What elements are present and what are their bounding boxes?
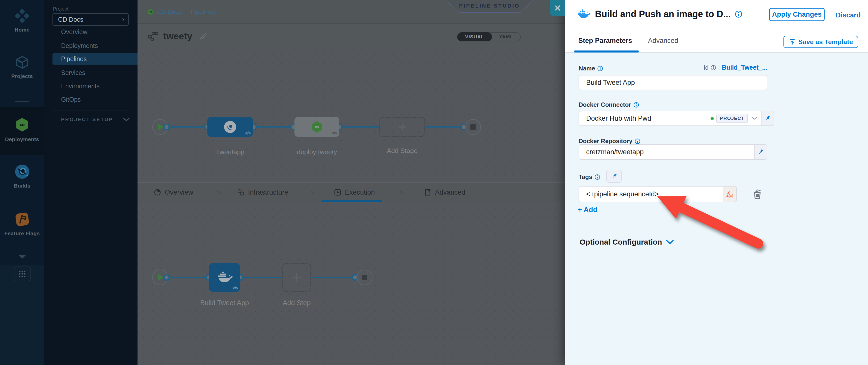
execution-icon bbox=[334, 188, 341, 196]
docker-repository-field[interactable]: cretzman/tweetapp bbox=[579, 144, 767, 160]
sidebar-item-projects[interactable]: Projects bbox=[0, 55, 44, 79]
home-icon bbox=[15, 8, 30, 23]
pipeline-studio-badge: PIPELINE STUDIO bbox=[445, 0, 534, 13]
tab-overview[interactable]: Overview bbox=[154, 183, 193, 202]
project-setup-toggle[interactable]: PROJECT SETUP bbox=[61, 117, 130, 122]
delete-tag-button[interactable] bbox=[751, 187, 763, 201]
info-icon[interactable] bbox=[594, 174, 600, 180]
advanced-icon bbox=[424, 188, 432, 196]
tab-step-parameters[interactable]: Step Parameters bbox=[578, 37, 632, 45]
id-value-link[interactable]: Build_Tweet_... bbox=[722, 64, 767, 71]
tab-label: Infrastructure bbox=[248, 188, 288, 196]
optional-configuration-label: Optional Configuration bbox=[580, 238, 662, 246]
nav-item-gitops[interactable]: GitOps bbox=[61, 96, 81, 103]
stage-graph-canvas[interactable]: </> ∞ </> Tweetapp deploy tweety A bbox=[137, 49, 565, 182]
tags-pin-button[interactable] bbox=[606, 170, 622, 183]
docker-connector-select[interactable]: Docker Hub with Pwd PROJECT bbox=[579, 111, 774, 126]
chevron-down-icon bbox=[751, 117, 757, 120]
cd-stage-icon: ∞ bbox=[310, 120, 323, 134]
plus-icon bbox=[291, 272, 302, 283]
stage-tabbar: Overview > Infrastructure > Execution bbox=[137, 182, 565, 202]
tags-label-row: Tags bbox=[579, 174, 600, 181]
toggle-visual[interactable]: VISUAL bbox=[457, 32, 492, 41]
step-graph-connectors bbox=[137, 202, 565, 365]
info-icon[interactable] bbox=[634, 138, 641, 144]
connector-status-dot bbox=[711, 117, 714, 120]
tab-label: Advanced bbox=[435, 188, 465, 196]
add-tag-button[interactable]: + Add bbox=[578, 206, 597, 214]
step-graph-canvas[interactable]: </> Build Tweet App Add Step bbox=[137, 202, 565, 365]
sidebar-item-home[interactable]: Home bbox=[0, 8, 44, 33]
info-icon[interactable] bbox=[633, 102, 639, 108]
tab-infrastructure[interactable]: Infrastructure bbox=[237, 183, 288, 202]
nav-item-overview[interactable]: Overview bbox=[61, 28, 87, 36]
tag-input-row: <+pipeline.sequenceId> f (x) bbox=[579, 186, 737, 202]
sidebar-item-deployments[interactable]: ∞ Deployments bbox=[0, 117, 44, 142]
name-input[interactable] bbox=[579, 75, 767, 90]
sidebar-item-label: Builds bbox=[0, 183, 44, 189]
breadcrumb-pipelines-link[interactable]: Pipelines bbox=[191, 8, 215, 16]
step-node-build-tweet-app[interactable]: </> bbox=[209, 263, 240, 292]
stage-node-tweetapp[interactable]: </> bbox=[208, 117, 253, 137]
builds-ci-icon bbox=[14, 164, 30, 179]
pipeline-studio-canvas: ∞ CD Docs > Pipelines > tweety bbox=[137, 0, 565, 365]
close-drawer-button[interactable]: ✕ bbox=[550, 0, 565, 16]
nav-item-environments[interactable]: Environments bbox=[61, 83, 100, 90]
add-step-label: Add Step bbox=[283, 299, 311, 307]
tag-value[interactable]: <+pipeline.sequenceId> bbox=[579, 190, 723, 198]
breadcrumb-separator: > bbox=[218, 8, 221, 15]
save-as-template-button[interactable]: Save as Template bbox=[783, 36, 858, 48]
svg-text:∞: ∞ bbox=[20, 120, 25, 128]
breadcrumb-project-link[interactable]: CD Docs bbox=[157, 8, 181, 16]
stop-icon bbox=[470, 124, 476, 130]
toggle-yaml[interactable]: YAML bbox=[492, 33, 520, 41]
expression-fx-button[interactable]: f (x) bbox=[723, 186, 736, 202]
name-label: Name bbox=[579, 65, 595, 72]
tab-separator: > bbox=[217, 188, 221, 197]
stop-icon bbox=[362, 275, 367, 280]
tab-advanced[interactable]: Advanced bbox=[648, 37, 678, 45]
name-label-row: Name bbox=[579, 65, 603, 72]
step-config-drawer: Build and Push an image to D... Apply Ch… bbox=[565, 0, 868, 365]
project-selector[interactable]: CD Docs › bbox=[53, 13, 129, 26]
repository-pin-addon[interactable] bbox=[754, 145, 767, 159]
code-icon: </> bbox=[245, 131, 251, 136]
info-icon[interactable] bbox=[597, 66, 603, 71]
add-stage-label: Add Stage bbox=[387, 147, 417, 155]
optional-configuration-toggle[interactable]: Optional Configuration bbox=[580, 238, 674, 246]
docker-connector-label: Docker Connector bbox=[579, 101, 631, 108]
fx-sub: (x) bbox=[729, 193, 733, 197]
sidebar-item-feature-flags[interactable]: Feature Flags bbox=[0, 212, 44, 237]
code-icon: </> bbox=[332, 131, 337, 136]
tab-execution[interactable]: Execution bbox=[334, 183, 375, 202]
drawer-tabbar: Step Parameters Advanced Save as Templat… bbox=[565, 28, 868, 53]
module-picker-button[interactable] bbox=[14, 267, 31, 281]
fx-icon: f bbox=[726, 190, 729, 198]
nav-item-deployments[interactable]: Deployments bbox=[61, 42, 98, 50]
apply-changes-button[interactable]: Apply Changes bbox=[769, 8, 825, 21]
connector-pin-addon[interactable] bbox=[761, 111, 774, 125]
sidebar-collapse-toggle[interactable] bbox=[0, 254, 44, 261]
step-parameters-form: Name Id : Build_Tweet_... Dock bbox=[565, 53, 868, 365]
stage-node-deploy-tweety[interactable]: ∞ </> bbox=[294, 117, 339, 137]
harness-pipeline-studio: Home Projects ∞ Deployments bbox=[0, 0, 868, 365]
step-title: Build and Push an image to D... bbox=[595, 9, 731, 20]
tab-advanced[interactable]: Advanced bbox=[424, 183, 465, 202]
svg-text:∞: ∞ bbox=[315, 123, 319, 130]
module-sidebar: Home Projects ∞ Deployments bbox=[0, 0, 44, 365]
deployments-cd-icon: ∞ bbox=[14, 117, 30, 133]
add-step-button[interactable] bbox=[282, 263, 311, 292]
nav-item-services[interactable]: Services bbox=[61, 69, 85, 77]
project-selector-value: CD Docs bbox=[58, 16, 122, 23]
edit-pencil-icon[interactable] bbox=[199, 32, 208, 40]
discard-button[interactable]: Discard bbox=[836, 11, 861, 19]
info-icon[interactable] bbox=[711, 65, 716, 70]
tags-label: Tags bbox=[579, 174, 592, 181]
info-icon[interactable] bbox=[735, 10, 742, 18]
save-template-icon bbox=[789, 38, 796, 45]
add-stage-button[interactable] bbox=[379, 117, 425, 137]
code-icon: </> bbox=[232, 286, 238, 291]
nav-item-pipelines[interactable]: Pipelines bbox=[53, 53, 137, 65]
docker-icon bbox=[216, 270, 233, 284]
sidebar-item-builds[interactable]: Builds bbox=[0, 164, 44, 189]
